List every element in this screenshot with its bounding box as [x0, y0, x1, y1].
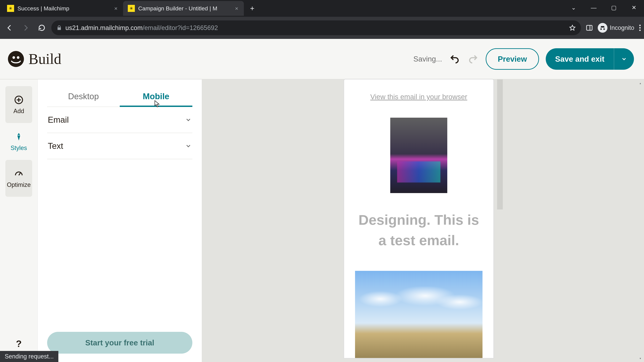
mailchimp-favicon-icon: ✳	[128, 5, 135, 12]
forward-button[interactable]	[19, 21, 32, 34]
tab-desktop[interactable]: Desktop	[47, 86, 120, 107]
svg-point-5	[8, 51, 24, 67]
lock-icon	[56, 25, 62, 31]
help-button[interactable]: ?	[12, 337, 26, 350]
tab-strip: ✳ Success | Mailchimp × ✳ Campaign Build…	[0, 0, 644, 17]
canvas-scrollbar-track[interactable]: ▴ ▾	[636, 79, 644, 362]
email-image-1[interactable]	[390, 118, 447, 193]
panel-icon[interactable]	[586, 24, 593, 31]
rail-label: Styles	[10, 144, 27, 151]
save-split-button: Save and exit	[546, 48, 634, 70]
rail-add[interactable]: Add	[5, 86, 32, 123]
svg-point-4	[639, 29, 641, 31]
accordion-text[interactable]: Text	[47, 133, 192, 159]
status-bar: Sending request...	[0, 351, 58, 362]
svg-point-3	[639, 27, 641, 29]
rail-optimize[interactable]: Optimize	[5, 160, 32, 197]
tab-title: Campaign Builder - Untitled | M	[138, 5, 230, 12]
accordion-email[interactable]: Email	[47, 107, 192, 133]
svg-rect-0	[586, 25, 592, 30]
left-rail: Add Styles Optimize ?	[0, 79, 38, 362]
app-frame: Build Saving... Preview Save and exit	[0, 39, 644, 362]
incognito-label: Incognito	[610, 24, 634, 31]
email-image-2[interactable]	[355, 271, 482, 358]
chevron-down-icon	[185, 143, 192, 149]
email-heading[interactable]: Designing. This is a test email.	[354, 210, 483, 251]
rail-label: Optimize	[7, 181, 31, 188]
mobile-preview[interactable]: View this email in your browser Designin…	[344, 79, 494, 358]
maximize-icon[interactable]: ▢	[604, 0, 624, 15]
tab-campaign-builder[interactable]: ✳ Campaign Builder - Untitled | M ×	[123, 1, 244, 16]
page-title: Build	[28, 50, 62, 67]
reload-button[interactable]	[35, 21, 48, 34]
toolbar: us21.admin.mailchimp.com/email/editor?id…	[0, 17, 644, 39]
view-in-browser-link[interactable]: View this email in your browser	[354, 93, 483, 101]
url-text: us21.admin.mailchimp.com/email/editor?id…	[66, 24, 218, 31]
mailchimp-favicon-icon: ✳	[7, 5, 14, 12]
header-actions: Saving... Preview Save and exit	[414, 48, 634, 70]
window-controls: ⌄ — ▢ ✕	[564, 0, 644, 15]
incognito-indicator[interactable]: Incognito	[598, 23, 634, 33]
tab-active-indicator	[120, 106, 192, 107]
plus-circle-icon	[14, 94, 24, 105]
tab-title: Success | Mailchimp	[18, 5, 109, 12]
save-dropdown-button[interactable]	[614, 48, 634, 70]
app-body: Add Styles Optimize ? Desktop Mobile	[0, 79, 644, 362]
diamond-icon	[14, 131, 24, 142]
redo-button[interactable]	[467, 53, 479, 65]
mobile-preview-wrapper: View this email in your browser Designin…	[344, 79, 502, 362]
scroll-down-icon[interactable]: ▾	[636, 355, 644, 362]
browser-chrome: ✳ Success | Mailchimp × ✳ Campaign Build…	[0, 0, 644, 39]
toolbar-right-icons: Incognito	[586, 23, 641, 33]
address-bar[interactable]: us21.admin.mailchimp.com/email/editor?id…	[51, 20, 581, 35]
styles-panel: Desktop Mobile Email Text Start your fre…	[38, 79, 202, 362]
preview-scrollbar[interactable]	[497, 79, 503, 210]
mailchimp-logo-icon[interactable]	[7, 50, 25, 68]
chevron-down-icon[interactable]: ⌄	[564, 0, 584, 15]
accordion-label: Email	[48, 115, 69, 125]
rail-label: Add	[14, 108, 24, 115]
svg-line-11	[19, 173, 20, 175]
bookmark-star-icon[interactable]	[569, 24, 576, 31]
minimize-icon[interactable]: —	[584, 0, 604, 15]
scroll-up-icon[interactable]: ▴	[636, 79, 644, 87]
kebab-menu-icon[interactable]	[639, 24, 641, 31]
close-window-icon[interactable]: ✕	[624, 0, 644, 15]
url-path: /email/editor?id=12665692	[142, 24, 218, 31]
email-canvas[interactable]: View this email in your browser Designin…	[202, 79, 644, 362]
gauge-icon	[14, 168, 24, 179]
tab-success[interactable]: ✳ Success | Mailchimp ×	[2, 1, 123, 16]
rail-styles[interactable]: Styles	[5, 123, 32, 160]
close-icon[interactable]: ×	[234, 5, 240, 11]
start-trial-button[interactable]: Start your free trial	[47, 332, 192, 354]
svg-point-6	[12, 56, 15, 59]
chevron-down-icon	[185, 116, 192, 123]
close-icon[interactable]: ×	[113, 5, 119, 11]
incognito-icon	[598, 23, 608, 33]
preview-button[interactable]: Preview	[486, 48, 539, 70]
svg-point-7	[17, 56, 20, 59]
undo-button[interactable]	[449, 53, 460, 65]
tab-mobile[interactable]: Mobile	[120, 86, 192, 107]
new-tab-button[interactable]: +	[247, 3, 257, 13]
back-button[interactable]	[3, 21, 16, 34]
saving-status: Saving...	[414, 55, 442, 63]
url-host: us21.admin.mailchimp.com	[66, 24, 142, 31]
svg-point-2	[639, 25, 641, 26]
device-tabs: Desktop Mobile	[47, 86, 192, 107]
app-header: Build Saving... Preview Save and exit	[0, 39, 644, 79]
save-and-exit-button[interactable]: Save and exit	[546, 48, 614, 70]
accordion-label: Text	[48, 141, 63, 151]
